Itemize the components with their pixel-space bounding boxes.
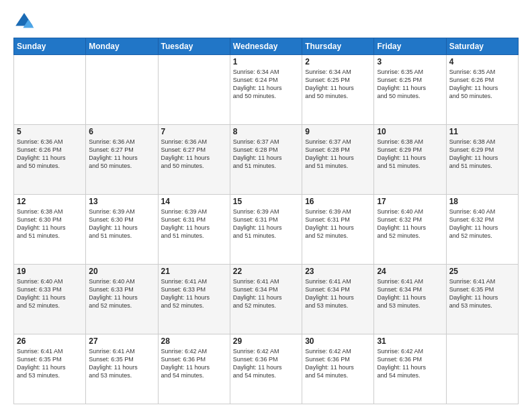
calendar-cell: 22Sunrise: 6:41 AM Sunset: 6:34 PM Dayli…	[230, 265, 302, 334]
weekday-header-row: SundayMondayTuesdayWednesdayThursdayFrid…	[14, 38, 519, 55]
day-number: 24	[377, 267, 443, 276]
logo	[13, 11, 38, 32]
day-info: Sunrise: 6:42 AM Sunset: 6:36 PM Dayligh…	[377, 347, 443, 380]
day-info: Sunrise: 6:37 AM Sunset: 6:28 PM Dayligh…	[305, 138, 371, 171]
calendar-cell: 7Sunrise: 6:36 AM Sunset: 6:27 PM Daylig…	[158, 125, 230, 195]
day-info: Sunrise: 6:41 AM Sunset: 6:35 PM Dayligh…	[449, 277, 515, 310]
day-number: 3	[377, 57, 443, 66]
day-info: Sunrise: 6:40 AM Sunset: 6:32 PM Dayligh…	[377, 208, 443, 240]
day-number: 19	[17, 267, 83, 276]
calendar-cell: 13Sunrise: 6:39 AM Sunset: 6:30 PM Dayli…	[86, 195, 158, 265]
day-number: 8	[233, 127, 299, 136]
calendar-cell: 29Sunrise: 6:42 AM Sunset: 6:36 PM Dayli…	[230, 334, 302, 404]
day-number: 2	[305, 57, 371, 66]
calendar-cell: 2Sunrise: 6:34 AM Sunset: 6:25 PM Daylig…	[302, 55, 374, 125]
calendar-cell: 16Sunrise: 6:39 AM Sunset: 6:31 PM Dayli…	[302, 195, 374, 265]
day-info: Sunrise: 6:41 AM Sunset: 6:34 PM Dayligh…	[305, 277, 371, 310]
calendar-cell: 28Sunrise: 6:42 AM Sunset: 6:36 PM Dayli…	[158, 334, 230, 404]
weekday-header-thursday: Thursday	[302, 38, 374, 55]
day-number: 27	[89, 336, 154, 346]
day-info: Sunrise: 6:39 AM Sunset: 6:31 PM Dayligh…	[233, 208, 299, 240]
week-row-3: 12Sunrise: 6:38 AM Sunset: 6:30 PM Dayli…	[14, 195, 519, 265]
calendar-cell: 5Sunrise: 6:36 AM Sunset: 6:26 PM Daylig…	[14, 125, 86, 195]
header	[13, 11, 519, 32]
calendar-cell: 12Sunrise: 6:38 AM Sunset: 6:30 PM Dayli…	[14, 195, 86, 265]
day-info: Sunrise: 6:38 AM Sunset: 6:30 PM Dayligh…	[17, 208, 83, 240]
day-number: 9	[305, 127, 371, 136]
day-number: 22	[233, 267, 299, 276]
calendar-cell: 6Sunrise: 6:36 AM Sunset: 6:27 PM Daylig…	[86, 125, 158, 195]
calendar-cell: 31Sunrise: 6:42 AM Sunset: 6:36 PM Dayli…	[374, 334, 446, 404]
day-number: 14	[161, 197, 227, 206]
day-info: Sunrise: 6:41 AM Sunset: 6:35 PM Dayligh…	[89, 347, 154, 380]
calendar-cell: 17Sunrise: 6:40 AM Sunset: 6:32 PM Dayli…	[374, 195, 446, 265]
calendar-cell: 30Sunrise: 6:42 AM Sunset: 6:36 PM Dayli…	[302, 334, 374, 404]
day-number: 30	[305, 336, 371, 346]
day-info: Sunrise: 6:41 AM Sunset: 6:33 PM Dayligh…	[161, 277, 227, 310]
day-number: 16	[305, 197, 371, 206]
day-number: 25	[449, 267, 515, 276]
day-number: 12	[17, 197, 83, 206]
calendar-cell: 10Sunrise: 6:38 AM Sunset: 6:29 PM Dayli…	[374, 125, 446, 195]
day-number: 23	[305, 267, 371, 276]
day-number: 17	[377, 197, 443, 206]
calendar-cell: 24Sunrise: 6:41 AM Sunset: 6:34 PM Dayli…	[374, 265, 446, 334]
day-number: 21	[161, 267, 227, 276]
day-number: 31	[377, 336, 443, 346]
day-info: Sunrise: 6:39 AM Sunset: 6:31 PM Dayligh…	[305, 208, 371, 240]
calendar-cell: 18Sunrise: 6:40 AM Sunset: 6:32 PM Dayli…	[446, 195, 518, 265]
calendar-cell: 11Sunrise: 6:38 AM Sunset: 6:29 PM Dayli…	[446, 125, 518, 195]
calendar-cell: 20Sunrise: 6:40 AM Sunset: 6:33 PM Dayli…	[86, 265, 158, 334]
day-info: Sunrise: 6:39 AM Sunset: 6:30 PM Dayligh…	[89, 208, 154, 240]
calendar-cell: 14Sunrise: 6:39 AM Sunset: 6:31 PM Dayli…	[158, 195, 230, 265]
day-info: Sunrise: 6:40 AM Sunset: 6:32 PM Dayligh…	[449, 208, 515, 240]
weekday-header-tuesday: Tuesday	[158, 38, 230, 55]
day-number: 4	[449, 57, 515, 66]
weekday-header-wednesday: Wednesday	[230, 38, 302, 55]
page: SundayMondayTuesdayWednesdayThursdayFrid…	[0, 0, 532, 411]
calendar-cell: 26Sunrise: 6:41 AM Sunset: 6:35 PM Dayli…	[14, 334, 86, 404]
day-number: 15	[233, 197, 299, 206]
day-number: 1	[233, 57, 299, 66]
day-number: 18	[449, 197, 515, 206]
day-info: Sunrise: 6:42 AM Sunset: 6:36 PM Dayligh…	[233, 347, 299, 380]
calendar-cell: 27Sunrise: 6:41 AM Sunset: 6:35 PM Dayli…	[86, 334, 158, 404]
day-number: 13	[89, 197, 154, 206]
day-number: 20	[89, 267, 154, 276]
day-info: Sunrise: 6:40 AM Sunset: 6:33 PM Dayligh…	[17, 277, 83, 310]
day-number: 10	[377, 127, 443, 136]
calendar-cell: 19Sunrise: 6:40 AM Sunset: 6:33 PM Dayli…	[14, 265, 86, 334]
calendar-cell: 3Sunrise: 6:35 AM Sunset: 6:25 PM Daylig…	[374, 55, 446, 125]
day-number: 7	[161, 127, 227, 136]
day-number: 6	[89, 127, 154, 136]
day-info: Sunrise: 6:40 AM Sunset: 6:33 PM Dayligh…	[89, 277, 154, 310]
calendar-cell: 4Sunrise: 6:35 AM Sunset: 6:26 PM Daylig…	[446, 55, 518, 125]
day-info: Sunrise: 6:41 AM Sunset: 6:35 PM Dayligh…	[17, 347, 83, 380]
calendar-cell: 25Sunrise: 6:41 AM Sunset: 6:35 PM Dayli…	[446, 265, 518, 334]
weekday-header-monday: Monday	[86, 38, 158, 55]
calendar-cell	[14, 55, 86, 125]
day-info: Sunrise: 6:34 AM Sunset: 6:25 PM Dayligh…	[305, 68, 371, 101]
week-row-4: 19Sunrise: 6:40 AM Sunset: 6:33 PM Dayli…	[14, 265, 519, 334]
day-info: Sunrise: 6:36 AM Sunset: 6:26 PM Dayligh…	[17, 138, 83, 171]
weekday-header-saturday: Saturday	[446, 38, 518, 55]
calendar-cell: 9Sunrise: 6:37 AM Sunset: 6:28 PM Daylig…	[302, 125, 374, 195]
day-info: Sunrise: 6:36 AM Sunset: 6:27 PM Dayligh…	[89, 138, 154, 171]
calendar-cell: 21Sunrise: 6:41 AM Sunset: 6:33 PM Dayli…	[158, 265, 230, 334]
day-info: Sunrise: 6:38 AM Sunset: 6:29 PM Dayligh…	[377, 138, 443, 171]
calendar-cell: 1Sunrise: 6:34 AM Sunset: 6:24 PM Daylig…	[230, 55, 302, 125]
calendar-cell	[86, 55, 158, 125]
day-info: Sunrise: 6:34 AM Sunset: 6:24 PM Dayligh…	[233, 68, 299, 101]
day-info: Sunrise: 6:39 AM Sunset: 6:31 PM Dayligh…	[161, 208, 227, 240]
weekday-header-sunday: Sunday	[14, 38, 86, 55]
day-info: Sunrise: 6:36 AM Sunset: 6:27 PM Dayligh…	[161, 138, 227, 171]
day-number: 29	[233, 336, 299, 346]
day-number: 28	[161, 336, 227, 346]
day-info: Sunrise: 6:37 AM Sunset: 6:28 PM Dayligh…	[233, 138, 299, 171]
week-row-5: 26Sunrise: 6:41 AM Sunset: 6:35 PM Dayli…	[14, 334, 519, 404]
day-info: Sunrise: 6:35 AM Sunset: 6:25 PM Dayligh…	[377, 68, 443, 101]
day-info: Sunrise: 6:41 AM Sunset: 6:34 PM Dayligh…	[377, 277, 443, 310]
day-info: Sunrise: 6:38 AM Sunset: 6:29 PM Dayligh…	[449, 138, 515, 171]
day-number: 11	[449, 127, 515, 136]
calendar-table: SundayMondayTuesdayWednesdayThursdayFrid…	[13, 38, 519, 404]
